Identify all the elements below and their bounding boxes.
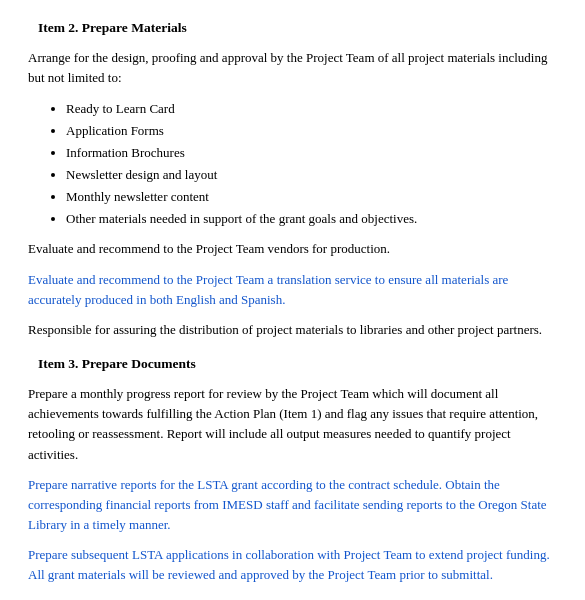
section-item3: Item 3. Prepare Documents Prepare a mont… xyxy=(28,354,557,586)
section-item3-title: Item 3. Prepare Documents xyxy=(28,354,557,374)
section-item2: Item 2. Prepare Materials Arrange for th… xyxy=(28,18,557,340)
section-item2-title: Item 2. Prepare Materials xyxy=(28,18,557,38)
section-item3-para2: Prepare narrative reports for the LSTA g… xyxy=(28,475,557,535)
section-item3-para3: Prepare subsequent LSTA applications in … xyxy=(28,545,557,585)
section-item2-para4: Responsible for assuring the distributio… xyxy=(28,320,557,340)
list-item: Information Brochures xyxy=(66,143,557,163)
list-item: Other materials needed in support of the… xyxy=(66,209,557,229)
section-item2-para3: Evaluate and recommend to the Project Te… xyxy=(28,270,557,310)
list-item: Monthly newsletter content xyxy=(66,187,557,207)
list-item: Ready to Learn Card xyxy=(66,99,557,119)
section-item3-para1: Prepare a monthly progress report for re… xyxy=(28,384,557,465)
materials-list: Ready to Learn Card Application Forms In… xyxy=(66,99,557,230)
page-content: Item 2. Prepare Materials Arrange for th… xyxy=(0,0,585,600)
section-item2-intro: Arrange for the design, proofing and app… xyxy=(28,48,557,88)
section-item2-para2: Evaluate and recommend to the Project Te… xyxy=(28,239,557,259)
list-item: Application Forms xyxy=(66,121,557,141)
list-item: Newsletter design and layout xyxy=(66,165,557,185)
